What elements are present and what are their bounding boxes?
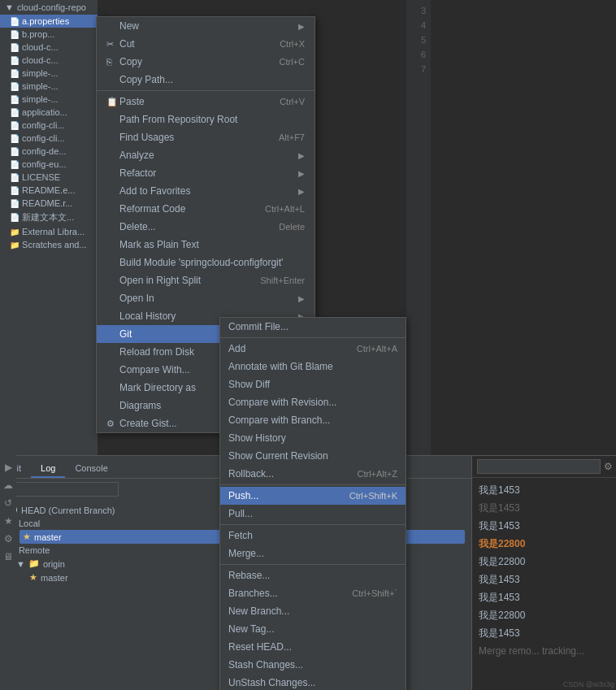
local-label: Local (19, 519, 40, 528)
git-menu-item-new-branch[interactable]: New Branch... (220, 602, 406, 620)
file-tree: ▼ cloud-config-repo 📄 a.properties📄 b.pr… (0, 0, 98, 455)
file-tree-item[interactable]: 📄 config-eu... (0, 158, 98, 171)
play-icon[interactable]: ▶ (5, 462, 12, 473)
star-icon: ★ (23, 532, 31, 542)
tab-log[interactable]: Log (31, 460, 65, 478)
remote-master-label: master (41, 573, 68, 583)
file-tree-item[interactable]: 📄 b.prop... (0, 28, 98, 41)
star-icon[interactable]: ★ (4, 515, 13, 527)
chat-panel: ⚙ 我是1453我是1453我是1453我是22800我是22800我是1453… (471, 455, 616, 690)
chat-settings-icon[interactable]: ⚙ (604, 461, 613, 472)
git-menu-item-pull[interactable]: Pull... (220, 505, 406, 523)
file-tree-item[interactable]: 📄 a.properties (0, 15, 98, 28)
star-icon-remote: ★ (29, 572, 37, 583)
chat-search-input[interactable] (477, 459, 601, 474)
menu-item-mark-plain[interactable]: Mark as Plain Text (97, 236, 315, 254)
git-menu-item-branches[interactable]: Branches...Ctrl+Shift+` (220, 584, 406, 602)
menu-item-cut[interactable]: ✂CutCtrl+X (97, 35, 315, 53)
file-tree-item[interactable]: 📄 simple-... (0, 93, 98, 106)
git-menu-item-unstash[interactable]: UnStash Changes... (220, 674, 406, 690)
folder-expand-icon: ▼ (5, 2, 14, 12)
file-tree-item[interactable]: 📄 config-cli... (0, 132, 98, 145)
git-menu-item-stash[interactable]: Stash Changes... (220, 656, 406, 674)
menu-item-copy[interactable]: ⎘CopyCtrl+C (97, 53, 315, 71)
chat-message: Merge remo... tracking... (479, 642, 609, 660)
file-tree-item[interactable]: 📁 External Libra... (0, 225, 98, 238)
line-number: 6 (421, 47, 426, 62)
menu-item-open-in[interactable]: Open In▶ (97, 289, 315, 307)
git-menu-item-add[interactable]: AddCtrl+Alt+A (220, 340, 406, 358)
local-master-label: master (34, 532, 62, 542)
git-menu-item-show-history[interactable]: Show History (220, 429, 406, 447)
file-tree-item[interactable]: 📄 新建文本文... (0, 210, 98, 225)
menu-item-open-right[interactable]: Open in Right SplitShift+Enter (97, 271, 315, 289)
left-sidebar-icons: ▶☁↺★⚙🖥 (0, 455, 16, 690)
git-menu-item-merge[interactable]: Merge... (220, 545, 406, 562)
file-tree-item[interactable]: 📁 Scratches and... (0, 238, 98, 251)
file-tree-item[interactable]: 📄 config-cli... (0, 119, 98, 132)
menu-item-paste[interactable]: 📋PasteCtrl+V (97, 93, 315, 111)
line-number: 7 (421, 62, 426, 76)
file-tree-item[interactable]: 📄 README.e... (0, 184, 98, 197)
chat-message: 我是1453 (479, 624, 609, 642)
git-menu-item-compare-revision[interactable]: Compare with Revision... (220, 393, 406, 411)
file-tree-item[interactable]: 📄 config-de... (0, 145, 98, 158)
folder-icon: 📁 (28, 558, 40, 569)
menu-item-find-usages[interactable]: Find UsagesAlt+F7 (97, 128, 315, 146)
head-label: HEAD (Current Branch) (21, 506, 115, 515)
git-menu-item-annotate[interactable]: Annotate with Git Blame (220, 358, 406, 375)
file-tree-item[interactable]: 📄 LICENSE (0, 171, 98, 184)
chat-message: 我是1453 (479, 517, 609, 535)
line-number: 5 (421, 33, 426, 47)
remote-label: Remote (19, 545, 50, 555)
repo-root-label: cloud-config-repo (17, 2, 86, 12)
menu-item-add-favorites[interactable]: Add to Favorites▶ (97, 182, 315, 200)
menu-item-build[interactable]: Build Module 'springcloud-configforgit' (97, 254, 315, 271)
chat-message: 我是1453 (479, 499, 609, 517)
git-menu-item-new-tag[interactable]: New Tag... (220, 620, 406, 638)
origin-expand-icon: ▼ (16, 559, 25, 569)
cloud-icon[interactable]: ☁ (3, 480, 13, 491)
git-menu-item-rollback[interactable]: Rollback...Ctrl+Alt+Z (220, 465, 406, 483)
menu-item-new[interactable]: New▶ (97, 17, 315, 35)
git-menu-item-show-diff[interactable]: Show Diff (220, 375, 406, 393)
line-numbers: 34567 (406, 0, 431, 455)
file-tree-item[interactable]: 📄 cloud-c... (0, 41, 98, 54)
watermark: CSDN @w3x3g (563, 680, 614, 688)
chat-message: 我是22800 (479, 535, 609, 553)
file-tree-item[interactable]: 📄 simple-... (0, 80, 98, 93)
line-number: 3 (421, 3, 426, 18)
menu-item-reformat[interactable]: Reformat CodeCtrl+Alt+L (97, 200, 315, 218)
origin-label: origin (43, 559, 65, 569)
git-menu-item-reset-head[interactable]: Reset HEAD... (220, 638, 406, 656)
tab-console[interactable]: Console (65, 460, 117, 478)
file-tree-item[interactable]: 📄 applicatio... (0, 106, 98, 119)
code-area: 34567 (406, 0, 616, 455)
file-tree-header: ▼ cloud-config-repo (0, 0, 98, 15)
menu-item-refactor[interactable]: Refactor▶ (97, 164, 315, 182)
chat-messages: 我是1453我是1453我是1453我是22800我是22800我是1453我是… (472, 478, 616, 663)
git-menu-item-commit-file[interactable]: Commit File... (220, 318, 406, 336)
menu-item-analyze[interactable]: Analyze▶ (97, 146, 315, 164)
chat-message: 我是1453 (479, 481, 609, 499)
refresh-icon[interactable]: ↺ (4, 497, 12, 509)
chat-search-bar: ⚙ (472, 456, 616, 478)
chat-message: 我是1453 (479, 571, 609, 588)
monitor-icon[interactable]: 🖥 (3, 551, 13, 562)
git-submenu: Commit File...AddCtrl+Alt+AAnnotate with… (219, 317, 406, 690)
file-tree-item[interactable]: 📄 cloud-c... (0, 54, 98, 67)
bottom-search-input[interactable] (5, 482, 119, 497)
chat-message: 我是1453 (479, 588, 609, 606)
git-menu-item-fetch[interactable]: Fetch (220, 527, 406, 545)
file-tree-item[interactable]: 📄 README.r... (0, 197, 98, 210)
menu-item-delete[interactable]: Delete...Delete (97, 218, 315, 236)
settings-icon[interactable]: ⚙ (4, 533, 13, 545)
git-menu-item-show-current[interactable]: Show Current Revision (220, 447, 406, 465)
git-menu-item-compare-branch[interactable]: Compare with Branch... (220, 411, 406, 429)
file-tree-item[interactable]: 📄 simple-... (0, 67, 98, 80)
menu-item-path-from-root[interactable]: Path From Repository Root (97, 111, 315, 128)
git-menu-item-rebase[interactable]: Rebase... (220, 566, 406, 584)
menu-item-copy-path[interactable]: Copy Path... (97, 71, 315, 89)
file-tree-items: 📄 a.properties📄 b.prop...📄 cloud-c...📄 c… (0, 15, 98, 251)
git-menu-item-push[interactable]: Push...Ctrl+Shift+K (220, 487, 406, 505)
